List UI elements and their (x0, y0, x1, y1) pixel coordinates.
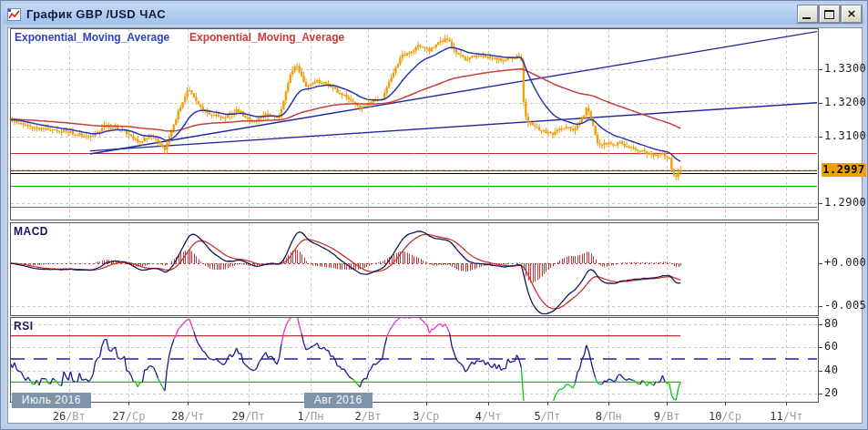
maximize-button[interactable] (820, 5, 840, 23)
minimize-icon (802, 17, 811, 19)
minimize-button[interactable] (798, 5, 818, 23)
window-titlebar[interactable]: График GBP /USD ЧАС × (4, 4, 864, 25)
chart-icon (7, 8, 21, 21)
rsi-panel[interactable] (10, 317, 818, 402)
application-window: Exponential_Moving_Average Exponential_M… (0, 0, 868, 430)
maximize-icon (824, 10, 834, 19)
window-title: График GBP /USD ЧАС (26, 7, 166, 21)
close-button[interactable]: × (842, 5, 862, 23)
macd-panel[interactable] (10, 222, 818, 315)
close-icon: × (842, 6, 861, 22)
main-price-panel[interactable] (10, 28, 818, 220)
